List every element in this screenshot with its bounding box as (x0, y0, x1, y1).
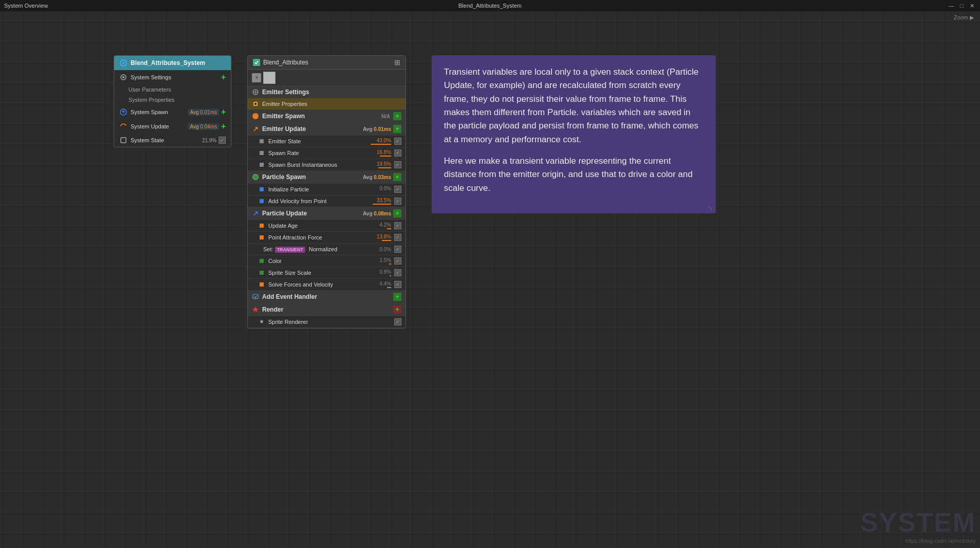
state-icon (119, 136, 127, 144)
add-event-handler-section[interactable]: Add Event Handler + (248, 291, 406, 303)
init-particle-check[interactable]: ✓ (394, 186, 401, 193)
niagara-checkbox-icon[interactable] (253, 59, 260, 66)
system-state-pct: 21.9% (202, 138, 217, 143)
svg-point-1 (122, 62, 124, 64)
init-particle-row[interactable]: Initialize Particle 0.0% ✓ (248, 184, 406, 195)
niagara-expand-icon[interactable]: ⊞ (394, 58, 400, 67)
close-button[interactable]: ✕ (968, 2, 976, 10)
update-age-label: Update Age (268, 223, 379, 229)
maximize-button[interactable]: □ (957, 2, 966, 10)
set-transient-check[interactable]: ✓ (394, 246, 401, 253)
system-spawn-badge: Avg 0.01ms (188, 109, 219, 116)
spawn-rate-bar (380, 156, 391, 157)
render-add-button[interactable]: + (393, 305, 401, 314)
add-event-handler-label: Add Event Handler (262, 293, 393, 300)
add-velocity-check[interactable]: ✓ (394, 198, 401, 205)
description-paragraph-1: Transient variables are local only to a … (444, 65, 704, 146)
niagara-panel-header: Blend_Attributes ⊞ (248, 56, 406, 70)
title-bar-center-label: Blend_Attributes_System (458, 3, 522, 9)
filter-icon[interactable] (252, 73, 261, 82)
sidebar-item-system-properties[interactable]: System Properties (114, 95, 231, 105)
sprite-renderer-check[interactable]: ✓ (394, 318, 401, 325)
spawn-burst-value-block: 19.5% (377, 161, 391, 168)
add-velocity-value-block: 33.5% (373, 198, 391, 205)
sidebar-item-system-settings[interactable]: System Settings + (114, 70, 231, 84)
point-attraction-check[interactable]: ✓ (394, 234, 401, 241)
watermark: SYSTEM https://blog.csdn.net/xcinkey (860, 507, 976, 544)
emitter-state-row[interactable]: Emitter State 43.0% ✓ (248, 136, 406, 147)
emitter-state-check[interactable]: ✓ (394, 138, 401, 145)
zoom-label[interactable]: Zoom ▶ (954, 14, 974, 21)
system-update-add-button[interactable]: + (221, 122, 226, 131)
update-age-value-block: 4.2% (379, 222, 391, 229)
particle-update-section[interactable]: ↗ Particle Update Avg 0.08ms + (248, 207, 406, 220)
sidebar-item-system-spawn[interactable]: System Spawn Avg 0.01ms + (114, 105, 231, 119)
particle-update-label: Particle Update (262, 210, 363, 217)
init-particle-icon (258, 186, 265, 193)
sprite-size-icon (258, 269, 265, 276)
system-state-check[interactable]: ✓ (219, 137, 226, 144)
system-state-label: System State (131, 137, 164, 143)
sidebar-item-system-state[interactable]: System State 21.9% ✓ (114, 134, 231, 147)
update-age-row[interactable]: Update Age 4.2% ✓ (248, 220, 406, 232)
render-section[interactable]: Render + (248, 303, 406, 316)
color-row[interactable]: Color 1.5% ✓ (248, 255, 406, 267)
spawn-burst-bar (378, 167, 391, 168)
emitter-spawn-section[interactable]: Emitter Spawn N/A + (248, 110, 406, 123)
minimize-button[interactable]: — (947, 2, 955, 10)
emitter-update-icon: ↗ (252, 125, 259, 133)
emitter-spawn-add-button[interactable]: + (393, 112, 401, 120)
sprite-renderer-icon (258, 318, 265, 325)
add-velocity-label: Add Velocity from Point (268, 198, 373, 204)
event-handler-icon (252, 293, 259, 300)
spawn-rate-check[interactable]: ✓ (394, 149, 401, 157)
point-attraction-row[interactable]: Point Attraction Force 13.8% ✓ (248, 232, 406, 244)
sprite-size-row[interactable]: Sprite Size Scale 0.8% ✓ (248, 267, 406, 279)
color-check[interactable]: ✓ (394, 257, 401, 265)
solve-forces-bar (387, 287, 391, 288)
sprite-size-value-block: 0.8% (379, 269, 391, 276)
add-velocity-bar (373, 204, 391, 205)
svg-point-3 (122, 76, 124, 78)
emitter-update-add-button[interactable]: + (393, 125, 401, 133)
system-settings-add-button[interactable]: + (221, 73, 226, 82)
emitter-state-label: Emitter State (268, 138, 371, 144)
resize-handle[interactable]: ⤡ (708, 204, 713, 211)
emitter-update-avg: Avg 0.01ms (363, 126, 391, 132)
system-icon (119, 59, 127, 67)
sprite-renderer-row[interactable]: Sprite Renderer ✓ (248, 316, 406, 328)
emitter-properties-row[interactable]: Emitter Properties (248, 98, 406, 110)
solve-forces-check[interactable]: ✓ (394, 281, 401, 288)
system-panel-title: Blend_Attributes_System (131, 59, 205, 67)
sidebar-item-system-update[interactable]: System Update Avg 0.04ms + (114, 119, 231, 134)
color-label: Color (268, 258, 379, 264)
sprite-size-check[interactable]: ✓ (394, 269, 401, 276)
emitter-settings-row[interactable]: Emitter Settings (248, 86, 406, 98)
spawn-icon (119, 108, 127, 116)
system-spawn-add-button[interactable]: + (221, 107, 226, 117)
sidebar-item-user-parameters[interactable]: User Parameters (114, 84, 231, 95)
title-bar-controls: — □ ✕ (947, 2, 976, 10)
spawn-burst-row[interactable]: Spawn Burst Instantaneous 19.5% ✓ (248, 159, 406, 171)
particle-spawn-section[interactable]: Particle Spawn Avg 0.03ms + (248, 171, 406, 184)
update-icon (119, 122, 127, 130)
color-icon (258, 257, 265, 265)
add-velocity-row[interactable]: Add Velocity from Point 33.5% ✓ (248, 195, 406, 207)
point-attraction-value-block: 13.8% (377, 234, 391, 241)
system-update-badge: Avg 0.04ms (188, 123, 219, 130)
spawn-burst-check[interactable]: ✓ (394, 161, 401, 168)
particle-spawn-add-button[interactable]: + (393, 173, 401, 181)
spawn-rate-row[interactable]: Spawn Rate 16.8% ✓ (248, 147, 406, 159)
render-label: Render (262, 306, 393, 313)
set-transient-row[interactable]: Set: TRANSIENT Normalized 0.0% ✓ (248, 244, 406, 255)
emitter-state-value-block: 43.0% (371, 138, 391, 145)
update-age-check[interactable]: ✓ (394, 222, 401, 229)
set-transient-value-block: 0.0% (379, 247, 391, 252)
particle-update-add-button[interactable]: + (393, 209, 401, 217)
emitter-update-section[interactable]: ↗ Emitter Update Avg 0.01ms + (248, 123, 406, 136)
solve-forces-row[interactable]: Solve Forces and Velocity 4.4% ✓ (248, 279, 406, 291)
spawn-rate-label: Spawn Rate (268, 150, 377, 156)
particle-update-avg: Avg 0.08ms (363, 211, 391, 216)
add-event-handler-add-button[interactable]: + (393, 293, 401, 301)
particle-update-icon: ↗ (252, 210, 259, 217)
